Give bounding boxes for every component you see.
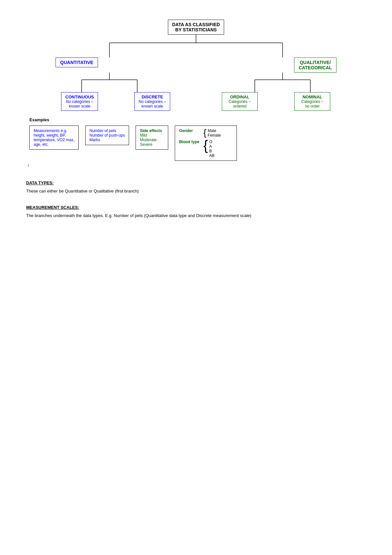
brace-blood-icon: { xyxy=(203,140,208,151)
nominal-blood-row: Blood type { O A B AB xyxy=(179,140,233,158)
root-node: DATA AS CLASSIFIED BY STATISTICIANS xyxy=(168,20,224,35)
ordinal-sub1: Categories – xyxy=(226,99,253,104)
continuous-ex-line2: height, weight, BP, xyxy=(34,133,74,138)
ordinal-ex-moderate: Moderate xyxy=(140,138,164,142)
continuous-ex-line4: age, etc. xyxy=(34,142,74,147)
root-branch-svg xyxy=(49,35,343,58)
qualitative-label: QUALITATIVE/ CATEGORICAL xyxy=(299,60,332,70)
discrete-ex-line3: Marks xyxy=(90,138,125,142)
nominal-gender-label: Gender xyxy=(179,128,202,133)
nominal-example-box: Gender { Male Female Blood type { O A B … xyxy=(175,126,237,161)
discrete-label: DISCRETE xyxy=(139,94,166,99)
nominal-label: NOMINAL xyxy=(299,94,326,99)
examples-label: Examples xyxy=(29,117,366,122)
ordinal-ex-label: Side effects xyxy=(140,128,164,133)
discrete-ex-line1: Number of pets xyxy=(90,128,125,133)
measurement-scales-body: The branches underneath the data types. … xyxy=(26,212,366,219)
discrete-sub1: No categories – xyxy=(139,99,166,104)
nominal-blood-b: B xyxy=(209,149,214,153)
ordinal-node: ORDINAL Categories – ordered xyxy=(222,92,258,111)
nominal-gender-row: Gender { Male Female xyxy=(179,128,233,138)
continuous-example-box: Measurements e.g. height, weight, BP, te… xyxy=(29,126,79,150)
discrete-example-box: Number of pets Number of push-ups Marks xyxy=(85,126,129,145)
brace-gender-icon: { xyxy=(203,128,206,137)
root-line1: DATA AS CLASSIFIED xyxy=(172,22,220,27)
nominal-gender-values: Male Female xyxy=(208,128,221,138)
continuous-node: CONTINUOUS No categories – known scale xyxy=(61,92,98,111)
measurement-scales-title: MEASUREMENT SCALES: xyxy=(26,205,366,210)
measurement-scales-section: MEASUREMENT SCALES: The branches underne… xyxy=(26,205,366,219)
continuous-sub1: No categories – xyxy=(65,99,94,104)
nominal-gender-male: Male xyxy=(208,128,221,133)
ordinal-example-box: Side effects Mild Moderate Severe xyxy=(136,126,168,150)
discrete-sub2: known scale xyxy=(139,104,166,109)
nominal-blood-a: A xyxy=(209,144,214,149)
quantitative-node: QUANTITATIVE xyxy=(56,58,98,67)
discrete-ex-line2: Number of push-ups xyxy=(90,133,125,138)
ordinal-ex-mild: Mild xyxy=(140,133,164,138)
nominal-blood-label: Blood type xyxy=(179,140,202,144)
nominal-node: NOMINAL Categories – no order xyxy=(294,92,330,111)
nominal-sub2: no order xyxy=(299,104,326,109)
nominal-gender-female: Female xyxy=(208,133,221,138)
page-number: 1 xyxy=(27,163,366,167)
nominal-blood-ab: AB xyxy=(209,153,214,158)
ordinal-sub2: ordered xyxy=(226,104,253,109)
data-types-title: DATA TYPES: xyxy=(26,180,366,185)
nominal-blood-values: O A B AB xyxy=(209,140,214,158)
continuous-sub2: known scale xyxy=(65,104,94,109)
ordinal-ex-severe: Severe xyxy=(140,142,164,147)
continuous-ex-line3: temperature, VO2 max, xyxy=(34,138,74,142)
diagram: DATA AS CLASSIFIED BY STATISTICIANS QUAN… xyxy=(26,20,366,167)
discrete-node: DISCRETE No categories – known scale xyxy=(134,92,170,111)
qualitative-node: QUALITATIVE/ CATEGORICAL xyxy=(294,58,336,73)
nominal-blood-o: O xyxy=(209,140,214,144)
continuous-label: CONTINUOUS xyxy=(65,94,94,99)
nominal-sub1: Categories – xyxy=(299,99,326,104)
root-line2: BY STATISTICIANS xyxy=(175,27,217,32)
data-types-body: These can either be Quantitative or Qual… xyxy=(26,188,366,194)
continuous-ex-line1: Measurements e.g. xyxy=(34,128,74,133)
quantitative-label: QUANTITATIVE xyxy=(60,60,93,65)
data-types-section: DATA TYPES: These can either be Quantita… xyxy=(26,180,366,194)
examples-row: Measurements e.g. height, weight, BP, te… xyxy=(29,126,366,161)
ordinal-label: ORDINAL xyxy=(226,94,253,99)
level2-branch-svg xyxy=(49,73,343,92)
